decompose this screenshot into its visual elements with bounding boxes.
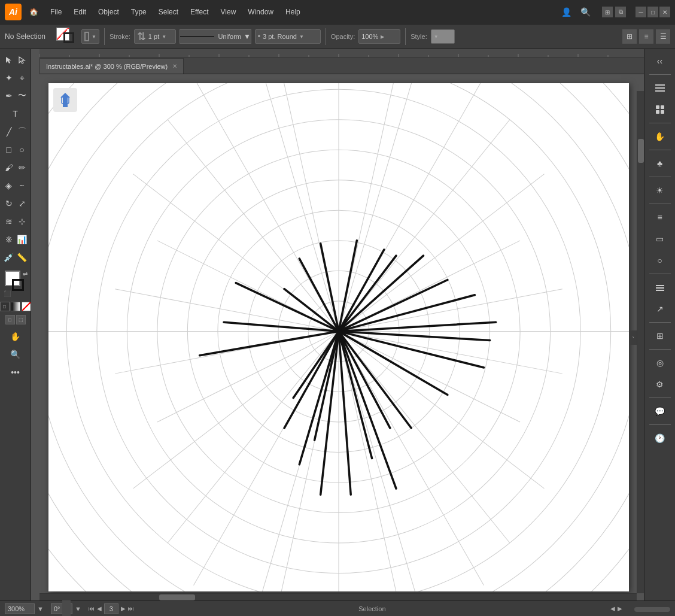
- panel-collapse-right[interactable]: ‹‹: [648, 51, 672, 71]
- magic-wand-tool[interactable]: ✦: [3, 70, 15, 86]
- menu-edit[interactable]: Edit: [69, 5, 91, 19]
- close-button[interactable]: ✕: [659, 7, 670, 17]
- paintbrush-tool[interactable]: 🖌: [3, 160, 15, 175]
- stroke-weight-control[interactable]: ▼: [81, 29, 99, 44]
- artboard-next[interactable]: ▶: [618, 605, 622, 612]
- opacity-control[interactable]: 100% ▶: [358, 29, 400, 44]
- style-control[interactable]: ▼: [431, 29, 455, 44]
- adjust-button[interactable]: ⚙: [648, 375, 672, 394]
- stroke-color[interactable]: [63, 32, 74, 43]
- rect-shape-button[interactable]: ▭: [648, 229, 672, 248]
- panel-arrange-button[interactable]: ≡: [639, 29, 653, 44]
- color-mode-fill[interactable]: □: [0, 302, 10, 311]
- menu-lines-button[interactable]: ≡: [648, 208, 672, 227]
- zoom-input[interactable]: [5, 603, 35, 614]
- graph-tool[interactable]: 📊: [16, 232, 28, 247]
- screen-mode-normal[interactable]: □: [5, 315, 15, 324]
- menu-object[interactable]: Object: [93, 5, 124, 19]
- menu-effect[interactable]: Effect: [186, 5, 213, 19]
- tab-close-button[interactable]: ✕: [172, 63, 177, 69]
- menu-view[interactable]: View: [216, 5, 241, 19]
- selection-tool[interactable]: [3, 52, 15, 68]
- layers-button[interactable]: [648, 278, 672, 297]
- maximize-button[interactable]: □: [647, 7, 658, 17]
- symbol-tool[interactable]: ※: [3, 232, 15, 247]
- stroke-up-arrow[interactable]: ⇅: [137, 31, 146, 42]
- measure-tool[interactable]: 📏: [16, 250, 28, 265]
- h-scroll-thumb[interactable]: [159, 594, 195, 600]
- v-scroll-thumb[interactable]: [638, 139, 644, 163]
- user-button[interactable]: 👤: [559, 5, 573, 19]
- artboard-prev[interactable]: ◀: [610, 605, 615, 612]
- ellipse-tool[interactable]: ○: [16, 142, 28, 157]
- rotation-arrow[interactable]: ▼: [75, 605, 81, 612]
- menu-file[interactable]: File: [45, 5, 66, 19]
- arc-tool[interactable]: ⌒: [16, 124, 28, 139]
- line-tool[interactable]: ╱: [3, 124, 15, 139]
- stroke-swatch[interactable]: [12, 279, 24, 291]
- canvas-workspace[interactable]: ›: [39, 74, 644, 600]
- warp-tool[interactable]: ≋: [3, 214, 15, 229]
- panel-toggle-button[interactable]: ⧉: [615, 7, 626, 17]
- color-mode-gradient[interactable]: [11, 302, 20, 311]
- something-button[interactable]: ⊞: [648, 326, 672, 345]
- right-panel-collapse[interactable]: ›: [630, 330, 637, 345]
- type-tool[interactable]: T: [2, 105, 29, 122]
- default-colors-icon[interactable]: ⬛: [4, 290, 11, 297]
- hand-right-button[interactable]: ✋: [648, 127, 672, 146]
- hand-tool[interactable]: ✋: [2, 328, 29, 345]
- zoom-tool[interactable]: 🔍: [2, 346, 29, 363]
- home-button[interactable]: 🏠: [26, 5, 41, 19]
- comment-button[interactable]: 💬: [648, 402, 672, 421]
- libraries-button[interactable]: [648, 100, 672, 119]
- vertical-scrollbar[interactable]: [637, 91, 644, 593]
- pencil-tool[interactable]: ✏: [16, 160, 28, 175]
- circle-shape-button[interactable]: ○: [648, 251, 672, 270]
- color-mode-none[interactable]: [22, 302, 31, 311]
- rotate-tool[interactable]: ↻: [3, 196, 15, 211]
- screen-mode-full[interactable]: ⬚: [16, 315, 26, 324]
- nav-last-button[interactable]: ⏭: [128, 605, 134, 612]
- pen-tool[interactable]: ✒: [3, 88, 15, 104]
- smooth-tool[interactable]: ~: [16, 178, 28, 193]
- history-button[interactable]: 🕐: [648, 429, 672, 448]
- curvature-tool[interactable]: 〜: [16, 88, 28, 104]
- eyedropper-tool[interactable]: 💉: [3, 250, 15, 265]
- scroll-position[interactable]: [634, 607, 670, 612]
- clubs-icon[interactable]: ♣: [648, 154, 672, 173]
- grid-view-button[interactable]: ⊞: [622, 29, 637, 44]
- lasso-tool[interactable]: ⌖: [16, 70, 28, 86]
- direct-selection-tool[interactable]: [16, 52, 28, 68]
- arrange-windows-button[interactable]: ⊞: [602, 7, 613, 17]
- properties-button[interactable]: [648, 78, 672, 98]
- color-controls[interactable]: [56, 28, 78, 45]
- stroke-style-preview[interactable]: Uniform ▼: [180, 29, 251, 44]
- global-edit-button[interactable]: ◎: [648, 353, 672, 372]
- sun-icon[interactable]: ☀: [648, 181, 672, 200]
- panel-menu-button[interactable]: ☰: [656, 29, 670, 44]
- shaper-tool[interactable]: ◈: [3, 178, 15, 193]
- search-button[interactable]: 🔍: [578, 5, 592, 19]
- page-input[interactable]: [104, 603, 118, 614]
- nav-next-button[interactable]: ▶: [121, 605, 126, 612]
- rect-tool[interactable]: □: [3, 142, 15, 157]
- navigator-icon[interactable]: [53, 88, 77, 112]
- stroke-width-input[interactable]: ⇅ 1 pt ▼: [134, 29, 176, 44]
- menu-select[interactable]: Select: [154, 5, 183, 19]
- menu-help[interactable]: Help: [281, 5, 305, 19]
- menu-window[interactable]: Window: [243, 5, 278, 19]
- swap-colors-icon[interactable]: ⇄: [23, 271, 28, 277]
- document-tab[interactable]: Instructables.ai* @ 300 % (RGB/Preview) …: [39, 58, 184, 74]
- minimize-button[interactable]: ─: [636, 7, 646, 17]
- scale-tool[interactable]: ⤢: [16, 196, 28, 211]
- zoom-arrow[interactable]: ▼: [37, 605, 44, 612]
- fill-stroke-swatches[interactable]: ⇄ ⬛: [2, 271, 29, 297]
- horizontal-scrollbar[interactable]: [39, 593, 637, 600]
- export-button[interactable]: ↗: [648, 299, 672, 318]
- nav-prev-button[interactable]: ◀: [97, 605, 102, 612]
- more-tools[interactable]: •••: [2, 364, 29, 381]
- stroke-style-control[interactable]: • 3 pt. Round ▼: [255, 29, 321, 44]
- nav-first-button[interactable]: ⏮: [89, 605, 95, 612]
- menu-type[interactable]: Type: [126, 5, 151, 19]
- zoom-control[interactable]: ▼: [5, 603, 44, 614]
